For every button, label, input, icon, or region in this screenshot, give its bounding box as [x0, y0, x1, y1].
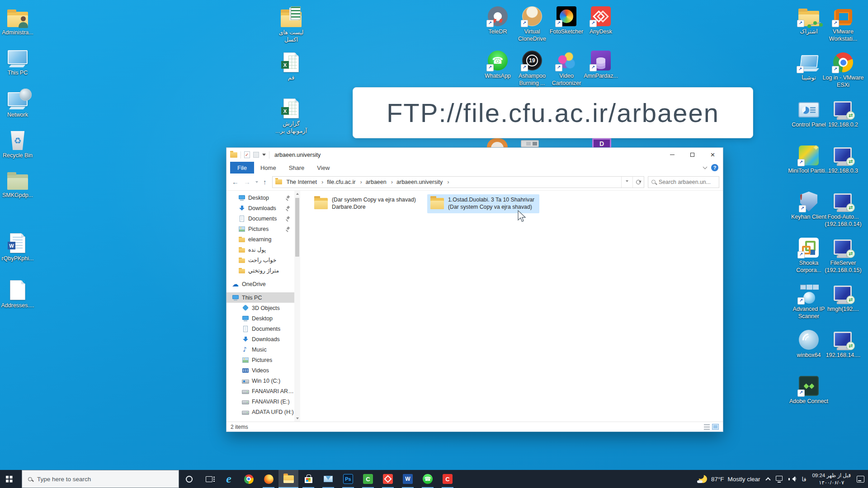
scroll-up-icon[interactable]: [294, 191, 300, 197]
nav-item-videos[interactable]: Videos: [226, 365, 294, 375]
quick-access-customize-icon[interactable]: [262, 154, 266, 158]
clock[interactable]: قبل از ظهر 09:24 ۱۴۰۰/۰۶/۰۷: [812, 472, 851, 486]
scrollbar-thumb[interactable]: [295, 198, 299, 257]
nav-item-onedrive[interactable]: OneDrive: [226, 279, 294, 289]
start-button[interactable]: [0, 470, 22, 488]
tab-home[interactable]: Home: [254, 162, 283, 174]
desktop-icon-video-cartoonizer[interactable]: Video Cartoonizer: [547, 47, 586, 87]
desktop-icon-ashampoo-burning[interactable]: Ashampoo Burning ...: [512, 47, 552, 87]
desktop-icon-adobe-connect[interactable]: Adobe Connect: [787, 372, 830, 405]
pin-icon[interactable]: [285, 196, 290, 200]
desktop-icon-rqbypkphi[interactable]: W rQbyPKphi...: [0, 230, 38, 262]
nav-item-desktop-qa[interactable]: Desktop: [226, 192, 294, 203]
desktop-icon-rdp-food-auto[interactable]: Food-Auto... (192.168.0.14): [821, 188, 865, 228]
nav-item-documents[interactable]: Documents: [226, 324, 294, 334]
breadcrumb-host[interactable]: file.cfu.ac.ir: [324, 178, 363, 185]
details-view-icon[interactable]: [704, 424, 710, 430]
desktop-icon-teledr[interactable]: TeleDR: [478, 3, 518, 35]
nav-item-pictures[interactable]: Pictures: [226, 355, 294, 365]
desktop-icon-vmware-workstation[interactable]: VMware Workstati...: [821, 3, 865, 43]
pin-icon[interactable]: [285, 206, 290, 211]
taskbar-mail[interactable]: [318, 470, 338, 488]
pin-icon[interactable]: [285, 216, 290, 221]
large-icons-view-icon[interactable]: [712, 424, 719, 430]
desktop-icon-network[interactable]: Network: [0, 86, 38, 118]
pin-icon[interactable]: [285, 227, 290, 231]
task-view-button[interactable]: [199, 470, 219, 488]
taskbar-internet-explorer[interactable]: [219, 470, 239, 488]
desktop-icon-excel-lists-folder[interactable]: لیست هایاکسل: [271, 4, 311, 44]
desktop-icon-rdp-hmgh[interactable]: hmgh(192....: [821, 280, 865, 313]
desktop-icon-whatsapp[interactable]: WhatsApp: [478, 47, 518, 80]
taskbar-camtasia-recorder[interactable]: [438, 470, 458, 488]
quick-access-new-folder-icon[interactable]: [253, 152, 259, 158]
taskbar-word[interactable]: [398, 470, 418, 488]
folder-tile-darbare-dore[interactable]: (Dar system Copy va ejra shavad) Darbare…: [311, 194, 423, 213]
up-button[interactable]: [263, 178, 267, 185]
hidden-icons-chevron[interactable]: [765, 477, 770, 482]
tab-view[interactable]: View: [311, 162, 336, 174]
back-button[interactable]: [232, 178, 239, 185]
file-list-area[interactable]: (Dar system Copy va ejra shavad) Darbare…: [300, 191, 723, 422]
nav-item-adata-ufd-h[interactable]: ADATA UFD (H:): [226, 407, 294, 417]
nav-item-pictures-qa[interactable]: Pictures: [226, 224, 294, 234]
taskbar-camtasia[interactable]: [358, 470, 378, 488]
taskbar-photoshop[interactable]: [338, 470, 358, 488]
desktop-icon-virtual-clonedrive[interactable]: Virtual CloneDrive: [512, 3, 552, 43]
close-button[interactable]: [703, 148, 723, 162]
nav-item-fanavari-arsh[interactable]: FANAVARI ARSH: [226, 386, 294, 396]
desktop-icon-amnpardaz[interactable]: AmnPardaz...: [581, 47, 621, 80]
nav-item-downloads-qa[interactable]: Downloads: [226, 203, 294, 213]
nav-item-win10-c[interactable]: Win 10 (C:): [226, 375, 294, 386]
nav-item-metraj[interactable]: متراژ روتختي: [226, 265, 294, 276]
desktop-icon-smkgpdp[interactable]: SMKGpdp...: [0, 166, 38, 199]
refresh-icon[interactable]: [632, 177, 644, 188]
taskbar-whatsapp[interactable]: [418, 470, 438, 488]
nav-item-music[interactable]: Music: [226, 344, 294, 355]
nav-item-downloads[interactable]: Downloads: [226, 334, 294, 344]
weather-widget[interactable]: 87°F Mostly clear: [698, 474, 760, 483]
desktop-icon-report-excel[interactable]: X گزارش...آزمونهای بر: [271, 95, 311, 135]
taskbar-store[interactable]: [298, 470, 318, 488]
recent-locations-icon[interactable]: [255, 181, 258, 184]
address-bar[interactable]: The Internet file.cfu.ac.ir arbaeen arba…: [272, 176, 645, 188]
desktop-icon-rdp-192-168-0-3[interactable]: 192.168.0.3: [821, 142, 865, 174]
cortana-button[interactable]: [179, 470, 199, 488]
quick-access-properties-icon[interactable]: [244, 151, 250, 158]
scroll-down-icon[interactable]: [294, 415, 300, 422]
nav-item-fanavari-e[interactable]: FANAVARI (E:): [226, 396, 294, 407]
breadcrumb-the-internet[interactable]: The Internet: [284, 178, 325, 185]
nav-item-khab-rahat[interactable]: خواب راحت: [226, 255, 294, 265]
nav-item-3d-objects[interactable]: 3D Objects: [226, 303, 294, 313]
volume-icon[interactable]: [788, 476, 796, 482]
desktop-icon-addresses[interactable]: Addresses....: [0, 277, 38, 309]
desktop-icon-fotosketcher[interactable]: FotoSketcher: [547, 3, 586, 35]
desktop-icon-recycle-bin[interactable]: Recycle Bin: [0, 127, 38, 159]
desktop-icon-rdp-192-168-14[interactable]: 192.168.14....: [821, 326, 865, 359]
tab-file[interactable]: File: [230, 162, 254, 174]
taskbar-file-explorer[interactable]: [278, 470, 298, 488]
desktop-icon-qom-excel[interactable]: X قم: [271, 49, 311, 81]
taskbar-firefox[interactable]: [259, 470, 278, 488]
desktop-icon-rdp-192-168-0-2[interactable]: 192.168.0.2: [821, 96, 865, 128]
tab-share[interactable]: Share: [283, 162, 311, 174]
nav-item-desktop[interactable]: Desktop: [226, 313, 294, 324]
nav-scrollbar[interactable]: [294, 191, 300, 422]
language-indicator[interactable]: فا: [802, 476, 807, 483]
action-center-icon[interactable]: [857, 476, 864, 483]
desktop-icon-administrator[interactable]: Administra...: [0, 4, 38, 36]
breadcrumb-arbaeen[interactable]: arbaeen: [363, 178, 394, 185]
network-tray-icon[interactable]: [776, 476, 783, 481]
forward-button[interactable]: [244, 178, 250, 185]
desktop-icon-this-pc[interactable]: This PC: [0, 44, 38, 76]
expand-ribbon-icon[interactable]: [703, 165, 708, 169]
taskbar-anydesk[interactable]: [378, 470, 398, 488]
nav-item-documents-qa[interactable]: Documents: [226, 213, 294, 224]
maximize-button[interactable]: [682, 148, 703, 162]
taskbar-search[interactable]: Type here to search: [22, 470, 179, 488]
nav-item-pool-nade[interactable]: پول نده: [226, 244, 294, 255]
address-dropdown-icon[interactable]: [621, 177, 632, 188]
search-box[interactable]: Search arbaeen.un...: [648, 176, 719, 188]
help-icon[interactable]: [711, 164, 718, 171]
nav-item-elearning[interactable]: elearning: [226, 234, 294, 244]
